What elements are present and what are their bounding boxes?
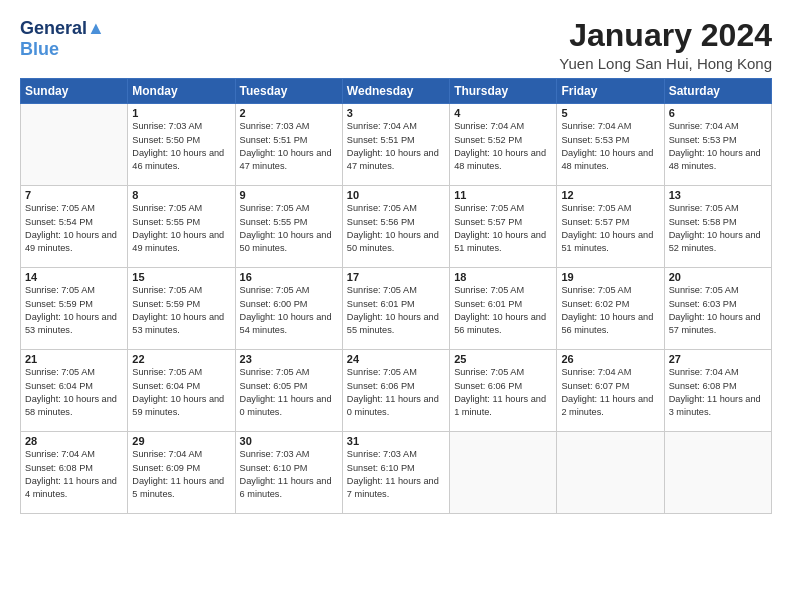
calendar-cell: 10 Sunrise: 7:05 AMSunset: 5:56 PMDaylig… (342, 186, 449, 268)
sun-info: Sunrise: 7:05 AMSunset: 6:02 PMDaylight:… (561, 285, 653, 335)
day-number: 13 (669, 189, 767, 201)
header: General▲ Blue January 2024 Yuen Long San… (20, 18, 772, 72)
sun-info: Sunrise: 7:05 AMSunset: 5:55 PMDaylight:… (132, 203, 224, 253)
day-number: 21 (25, 353, 123, 365)
calendar-title: January 2024 (559, 18, 772, 53)
sun-info: Sunrise: 7:05 AMSunset: 6:06 PMDaylight:… (454, 367, 546, 417)
sun-info: Sunrise: 7:05 AMSunset: 6:01 PMDaylight:… (347, 285, 439, 335)
calendar-cell: 3 Sunrise: 7:04 AMSunset: 5:51 PMDayligh… (342, 104, 449, 186)
day-number: 18 (454, 271, 552, 283)
calendar-cell: 9 Sunrise: 7:05 AMSunset: 5:55 PMDayligh… (235, 186, 342, 268)
calendar-cell: 14 Sunrise: 7:05 AMSunset: 5:59 PMDaylig… (21, 268, 128, 350)
day-number: 8 (132, 189, 230, 201)
sun-info: Sunrise: 7:04 AMSunset: 6:08 PMDaylight:… (25, 449, 117, 499)
calendar-page: General▲ Blue January 2024 Yuen Long San… (0, 0, 792, 612)
calendar-cell: 2 Sunrise: 7:03 AMSunset: 5:51 PMDayligh… (235, 104, 342, 186)
sun-info: Sunrise: 7:05 AMSunset: 6:04 PMDaylight:… (132, 367, 224, 417)
day-number: 10 (347, 189, 445, 201)
sun-info: Sunrise: 7:04 AMSunset: 5:52 PMDaylight:… (454, 121, 546, 171)
sun-info: Sunrise: 7:04 AMSunset: 6:09 PMDaylight:… (132, 449, 224, 499)
day-number: 1 (132, 107, 230, 119)
calendar-cell: 13 Sunrise: 7:05 AMSunset: 5:58 PMDaylig… (664, 186, 771, 268)
day-number: 30 (240, 435, 338, 447)
col-monday: Monday (128, 79, 235, 104)
calendar-cell: 12 Sunrise: 7:05 AMSunset: 5:57 PMDaylig… (557, 186, 664, 268)
sun-info: Sunrise: 7:05 AMSunset: 5:58 PMDaylight:… (669, 203, 761, 253)
sun-info: Sunrise: 7:04 AMSunset: 5:51 PMDaylight:… (347, 121, 439, 171)
calendar-cell: 19 Sunrise: 7:05 AMSunset: 6:02 PMDaylig… (557, 268, 664, 350)
day-number: 25 (454, 353, 552, 365)
calendar-subtitle: Yuen Long San Hui, Hong Kong (559, 55, 772, 72)
day-number: 20 (669, 271, 767, 283)
sun-info: Sunrise: 7:04 AMSunset: 6:08 PMDaylight:… (669, 367, 761, 417)
day-number: 6 (669, 107, 767, 119)
calendar-cell: 28 Sunrise: 7:04 AMSunset: 6:08 PMDaylig… (21, 432, 128, 514)
day-number: 23 (240, 353, 338, 365)
day-number: 24 (347, 353, 445, 365)
calendar-cell: 20 Sunrise: 7:05 AMSunset: 6:03 PMDaylig… (664, 268, 771, 350)
day-number: 5 (561, 107, 659, 119)
day-number: 17 (347, 271, 445, 283)
calendar-cell: 8 Sunrise: 7:05 AMSunset: 5:55 PMDayligh… (128, 186, 235, 268)
calendar-cell: 23 Sunrise: 7:05 AMSunset: 6:05 PMDaylig… (235, 350, 342, 432)
calendar-cell: 31 Sunrise: 7:03 AMSunset: 6:10 PMDaylig… (342, 432, 449, 514)
calendar-cell: 16 Sunrise: 7:05 AMSunset: 6:00 PMDaylig… (235, 268, 342, 350)
title-block: January 2024 Yuen Long San Hui, Hong Kon… (559, 18, 772, 72)
sun-info: Sunrise: 7:05 AMSunset: 6:06 PMDaylight:… (347, 367, 439, 417)
logo: General▲ Blue (20, 18, 105, 59)
sun-info: Sunrise: 7:03 AMSunset: 6:10 PMDaylight:… (240, 449, 332, 499)
day-number: 2 (240, 107, 338, 119)
table-row: 1 Sunrise: 7:03 AMSunset: 5:50 PMDayligh… (21, 104, 772, 186)
sun-info: Sunrise: 7:04 AMSunset: 5:53 PMDaylight:… (669, 121, 761, 171)
calendar-cell (450, 432, 557, 514)
sun-info: Sunrise: 7:03 AMSunset: 5:50 PMDaylight:… (132, 121, 224, 171)
day-number: 29 (132, 435, 230, 447)
col-saturday: Saturday (664, 79, 771, 104)
table-row: 21 Sunrise: 7:05 AMSunset: 6:04 PMDaylig… (21, 350, 772, 432)
calendar-cell: 21 Sunrise: 7:05 AMSunset: 6:04 PMDaylig… (21, 350, 128, 432)
col-sunday: Sunday (21, 79, 128, 104)
calendar-cell (664, 432, 771, 514)
day-number: 31 (347, 435, 445, 447)
col-friday: Friday (557, 79, 664, 104)
col-tuesday: Tuesday (235, 79, 342, 104)
calendar-cell (557, 432, 664, 514)
table-row: 28 Sunrise: 7:04 AMSunset: 6:08 PMDaylig… (21, 432, 772, 514)
sun-info: Sunrise: 7:05 AMSunset: 5:54 PMDaylight:… (25, 203, 117, 253)
calendar-cell: 25 Sunrise: 7:05 AMSunset: 6:06 PMDaylig… (450, 350, 557, 432)
calendar-cell: 30 Sunrise: 7:03 AMSunset: 6:10 PMDaylig… (235, 432, 342, 514)
table-row: 14 Sunrise: 7:05 AMSunset: 5:59 PMDaylig… (21, 268, 772, 350)
col-thursday: Thursday (450, 79, 557, 104)
calendar-cell: 26 Sunrise: 7:04 AMSunset: 6:07 PMDaylig… (557, 350, 664, 432)
col-wednesday: Wednesday (342, 79, 449, 104)
sun-info: Sunrise: 7:05 AMSunset: 5:59 PMDaylight:… (25, 285, 117, 335)
day-number: 19 (561, 271, 659, 283)
day-number: 15 (132, 271, 230, 283)
table-row: 7 Sunrise: 7:05 AMSunset: 5:54 PMDayligh… (21, 186, 772, 268)
calendar-cell: 22 Sunrise: 7:05 AMSunset: 6:04 PMDaylig… (128, 350, 235, 432)
sun-info: Sunrise: 7:05 AMSunset: 5:56 PMDaylight:… (347, 203, 439, 253)
sun-info: Sunrise: 7:05 AMSunset: 6:03 PMDaylight:… (669, 285, 761, 335)
day-number: 4 (454, 107, 552, 119)
calendar-cell: 15 Sunrise: 7:05 AMSunset: 5:59 PMDaylig… (128, 268, 235, 350)
sun-info: Sunrise: 7:04 AMSunset: 6:07 PMDaylight:… (561, 367, 653, 417)
sun-info: Sunrise: 7:05 AMSunset: 6:00 PMDaylight:… (240, 285, 332, 335)
sun-info: Sunrise: 7:05 AMSunset: 5:57 PMDaylight:… (561, 203, 653, 253)
day-number: 7 (25, 189, 123, 201)
calendar-cell (21, 104, 128, 186)
sun-info: Sunrise: 7:03 AMSunset: 6:10 PMDaylight:… (347, 449, 439, 499)
day-number: 28 (25, 435, 123, 447)
day-number: 22 (132, 353, 230, 365)
calendar-cell: 24 Sunrise: 7:05 AMSunset: 6:06 PMDaylig… (342, 350, 449, 432)
day-number: 11 (454, 189, 552, 201)
day-number: 27 (669, 353, 767, 365)
calendar-cell: 1 Sunrise: 7:03 AMSunset: 5:50 PMDayligh… (128, 104, 235, 186)
calendar-cell: 11 Sunrise: 7:05 AMSunset: 5:57 PMDaylig… (450, 186, 557, 268)
day-number: 16 (240, 271, 338, 283)
sun-info: Sunrise: 7:05 AMSunset: 6:01 PMDaylight:… (454, 285, 546, 335)
calendar-cell: 7 Sunrise: 7:05 AMSunset: 5:54 PMDayligh… (21, 186, 128, 268)
day-number: 12 (561, 189, 659, 201)
day-number: 9 (240, 189, 338, 201)
calendar-cell: 27 Sunrise: 7:04 AMSunset: 6:08 PMDaylig… (664, 350, 771, 432)
calendar-cell: 18 Sunrise: 7:05 AMSunset: 6:01 PMDaylig… (450, 268, 557, 350)
